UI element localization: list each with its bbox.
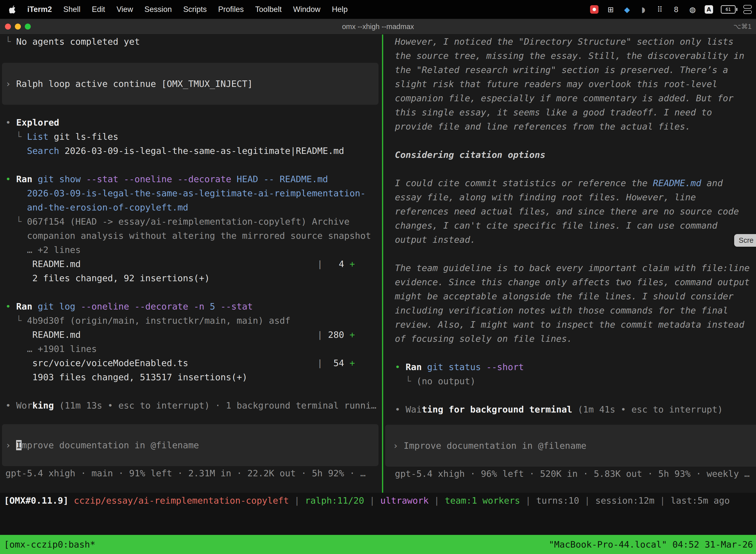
terminal-line: output instead. [385,233,756,247]
record-stop-icon [590,5,598,14]
menu-bar-left: iTerm2ShellEditViewSessionScriptsProfile… [8,5,348,14]
tmux-status-bar: [omx-cczip0:bash* "MacBook-Pro-44.local"… [0,535,756,554]
left-pane-top-output: └ No agents completed yet [2,35,382,49]
menu-item-help[interactable]: Help [332,5,348,14]
terminal-line [385,388,756,402]
terminal-line: The team guideline is to back every impo… [385,261,756,275]
battery-icon[interactable]: 61 [721,4,736,15]
tmux-host-time-label: "MacBook-Pro-44.local" 04:52 31-Mar-26 [549,535,753,554]
ralph-loop-line: › Ralph loop active continue [OMX_TMUX_I… [2,77,378,91]
menu-item-profiles[interactable]: Profiles [218,5,244,14]
macos-menu-bar: iTerm2ShellEditViewSessionScriptsProfile… [0,0,756,19]
menu-item-window[interactable]: Window [293,5,320,14]
terminal-line [2,285,382,299]
terminal-line: essay file, along with finding root file… [385,190,756,204]
terminal-line [385,133,756,148]
window-title: omx --xhigh --madmax [0,22,756,31]
menu-item-shell[interactable]: Shell [63,5,80,14]
terminal-line: I could cite commit statistics or refere… [385,176,756,190]
terminal-line: … +1901 lines [2,342,382,356]
menu-bar-status-area: ⊞ ◆ ◗ ⠿ 8 ◍ A 61 [590,4,752,15]
terminal-line: src/voice/voiceModeEnabled.ts | 54 + [2,356,382,370]
terminal-line: might be acceptable alongside the file l… [385,289,756,303]
terminal-line: the source tree, missing the essay. Stil… [385,49,756,63]
terminal-line: of focusing solely on file lines. [385,332,756,346]
close-button[interactable] [5,23,11,30]
prompt-line: › Improve documentation in @filename [385,439,756,453]
prompt-input-left-content: › Improve documentation in @filename [2,438,378,452]
right-pane[interactable]: However, I noticed the "Directory Struct… [383,35,756,493]
terminal-line: └ 4b9d30f (origin/main, instructkr/main,… [2,314,382,328]
ralph-loop-banner-content: › Ralph loop active continue [OMX_TMUX_I… [2,77,378,91]
waiting-status-line: • Waiting for background terminal (1m 41… [385,402,756,417]
terminal-line: README.md | 280 + [2,328,382,342]
blue-app-icon[interactable]: ◆ [623,4,631,15]
terminal-line: └ (no output) [385,374,756,388]
omx-session-status: [OMX#0.11.9] cczip/essay/ai-reimplementa… [0,493,756,508]
terminal-line: references need actual files, and since … [385,204,756,218]
menu-item-session[interactable]: Session [144,5,172,14]
menu-item-view[interactable]: View [117,5,133,14]
control-center-icon[interactable] [743,4,752,15]
half-circle-app-icon[interactable]: ◗ [639,4,648,15]
menu-item-edit[interactable]: Edit [92,5,105,14]
apple-menu-icon[interactable] [8,5,16,14]
right-pane-output: However, I noticed the "Directory Struct… [385,35,756,417]
menu-item-scripts[interactable]: Scripts [183,5,207,14]
window-shortcut-badge: ⌥⌘1 [734,22,756,31]
prompt-input-right-content: › Improve documentation in @filename [385,439,756,453]
input-source-icon[interactable]: A [704,4,713,15]
prompt-line: › Improve documentation in @filename [2,438,378,452]
terminal-line [385,346,756,360]
model-status-line: gpt-5.4 xhigh · 96% left · 520K in · 5.8… [385,466,756,481]
terminal-line: evidence. Since this change only affects… [385,275,756,289]
reasoning-heading: Considering citation options [385,148,756,162]
terminal-line: README.md | 4 + [2,257,382,271]
numeric-app-icon[interactable]: 8 [672,4,681,15]
terminal-line: … +2 lines [2,243,382,257]
dots-grid-icon[interactable]: ⠿ [655,4,664,15]
window-manager-icon[interactable]: ⊞ [606,4,615,15]
terminal-line: slight risk that future readers may over… [385,77,756,91]
battery-level: 61 [721,5,736,14]
tmux-session-label: [omx-cczip0:bash* [4,535,95,554]
terminal-window: └ No agents completed yet › Ralph loop a… [0,35,756,493]
traffic-lights [0,23,31,30]
screen-recording-indicator-icon[interactable] [590,4,599,15]
ran-git-log-line: • Ran git log --oneline --decorate -n 5 … [2,299,382,314]
zoom-button[interactable] [25,23,31,30]
terminal-line: However, I noticed the "Directory Struct… [385,35,756,49]
terminal-line: 2 files changed, 92 insertions(+) [2,271,382,285]
ralph-loop-banner: › Ralph loop active continue [OMX_TMUX_I… [2,63,378,105]
left-pane-status-line: gpt-5.4 xhigh · main · 91% left · 2.31M … [2,466,382,480]
prompt-input-box-right[interactable]: › Improve documentation in @filename [385,425,756,466]
left-pane[interactable]: └ No agents completed yet › Ralph loop a… [0,35,382,493]
omx-status-line: [OMX#0.11.9] cczip/essay/ai-reimplementa… [0,493,756,508]
terminal-line [2,158,382,172]
globe-app-icon[interactable]: ◍ [688,4,697,15]
terminal-line: └ 067f154 (HEAD -> essay/ai-reimplementa… [2,214,382,229]
ran-git-show-line: • Ran git show --stat --oneline --decora… [2,172,382,186]
menu-item-iterm2[interactable]: iTerm2 [27,5,52,14]
ran-git-status-line: • Ran git status --short [385,360,756,374]
terminal-line: └ List git ls-files [2,129,382,144]
terminal-line: including verification notes with those … [385,303,756,318]
prompt-input-box-left[interactable]: › Improve documentation in @filename [2,424,378,466]
terminal-line: this single essay, it seems like a good … [385,105,756,119]
omx-session-status-line: [OMX#0.11.9] cczip/essay/ai-reimplementa… [0,493,756,508]
explored-header: • Explored [2,115,382,129]
working-status-line: • Working (11m 13s • esc to interrupt) ·… [2,398,382,412]
agents-status-line: └ No agents completed yet [2,35,382,49]
terminal-line: companion analysis without altering the … [2,229,382,243]
terminal-line: and-the-erosion-of-copyleft.md [2,200,382,214]
terminal-line: the "Related research writing" section i… [385,63,756,77]
terminal-line [2,384,382,398]
minimize-button[interactable] [15,23,21,30]
screen-edge-chip-button[interactable]: Scre [734,234,756,247]
terminal-line: changes, I can't cite specific file line… [385,218,756,233]
terminal-line: companion file, especially if more comme… [385,91,756,105]
terminal-line: Search 2026-03-09-is-legal-the-same-as-l… [2,144,382,158]
terminal-line [385,162,756,176]
terminal-line: 1903 files changed, 513517 insertions(+) [2,370,382,384]
menu-item-toolbelt[interactable]: Toolbelt [255,5,282,14]
